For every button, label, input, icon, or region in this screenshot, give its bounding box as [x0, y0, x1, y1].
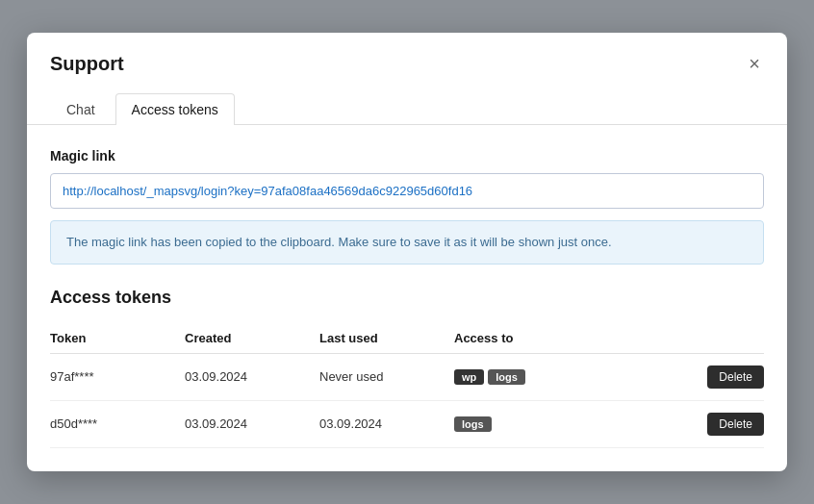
- col-created: Created: [185, 323, 319, 354]
- table-row: 97af****03.09.2024Never usedwplogsDelete: [50, 353, 764, 400]
- badge-wp: wp: [454, 369, 484, 385]
- access-tokens-section: Access tokens Token Created Last used Ac…: [50, 288, 764, 448]
- tab-bar: Chat Access tokens: [27, 81, 787, 125]
- tokens-table: Token Created Last used Access to 97af**…: [50, 323, 764, 448]
- col-access-to: Access to: [454, 323, 677, 354]
- col-last-used: Last used: [319, 323, 454, 354]
- delete-button[interactable]: Delete: [707, 413, 764, 436]
- last-used-value: 03.09.2024: [319, 400, 454, 447]
- tab-chat[interactable]: Chat: [50, 93, 112, 125]
- created-value: 03.09.2024: [185, 353, 319, 400]
- col-action: [677, 323, 764, 354]
- delete-button[interactable]: Delete: [707, 365, 764, 389]
- action-cell: Delete: [677, 353, 764, 400]
- support-modal: Support × Chat Access tokens Magic link …: [27, 33, 787, 471]
- token-value: 97af****: [50, 353, 185, 400]
- info-message: The magic link has been copied to the cl…: [50, 220, 764, 265]
- modal-header: Support ×: [27, 33, 787, 77]
- table-row: d50d****03.09.202403.09.2024logsDelete: [50, 400, 764, 447]
- access-badges: wplogs: [454, 353, 677, 400]
- modal-title: Support: [50, 53, 124, 75]
- close-button[interactable]: ×: [745, 50, 764, 77]
- created-value: 03.09.2024: [185, 400, 319, 447]
- magic-link-label: Magic link: [50, 148, 764, 164]
- magic-link-input[interactable]: [50, 173, 764, 209]
- last-used-value: Never used: [319, 353, 454, 400]
- access-badges: logs: [454, 400, 677, 447]
- action-cell: Delete: [677, 400, 764, 447]
- table-header-row: Token Created Last used Access to: [50, 323, 764, 354]
- token-value: d50d****: [50, 400, 185, 447]
- tab-access-tokens[interactable]: Access tokens: [115, 93, 235, 125]
- badge-logs: logs: [488, 369, 525, 385]
- col-token: Token: [50, 323, 185, 354]
- modal-body: Magic link The magic link has been copie…: [27, 125, 787, 471]
- access-tokens-title: Access tokens: [50, 288, 764, 308]
- badge-logs: logs: [454, 416, 492, 432]
